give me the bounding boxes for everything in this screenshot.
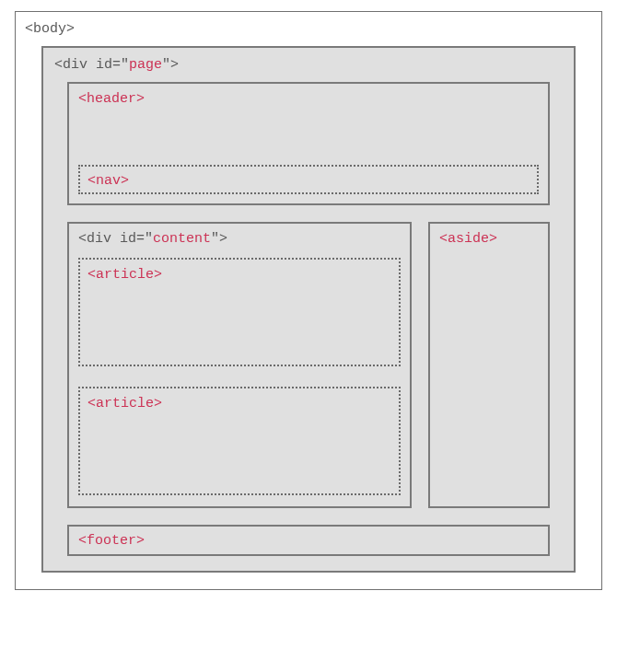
aside-tag-label: <aside> (439, 229, 539, 249)
nav-tag-label: <nav> (87, 171, 530, 191)
article-frame-1: <article> (78, 258, 401, 366)
nav-frame: <nav> (78, 165, 539, 194)
header-frame: <header> <nav> (67, 82, 550, 205)
content-tag-label: <div id="content"> (78, 229, 401, 249)
footer-tag-label: <footer> (78, 531, 539, 550)
content-frame: <div id="content"> <article> <article> (67, 222, 412, 508)
aside-frame: <aside> (428, 222, 550, 508)
body-tag-label: <body> (25, 19, 592, 39)
article-tag-label-2: <article> (87, 394, 391, 413)
article-frame-2: <article> (78, 387, 401, 495)
body-frame: <body> <div id="page"> <header> <nav> <d… (15, 11, 602, 590)
footer-frame: <footer> (67, 525, 550, 556)
header-tag-label: <header> (78, 89, 539, 109)
article-tag-label-1: <article> (87, 265, 391, 284)
page-tag-label: <div id="page"> (54, 55, 563, 75)
middle-row: <div id="content"> <article> <article> <… (67, 222, 550, 508)
page-frame: <div id="page"> <header> <nav> <div id="… (41, 46, 576, 573)
